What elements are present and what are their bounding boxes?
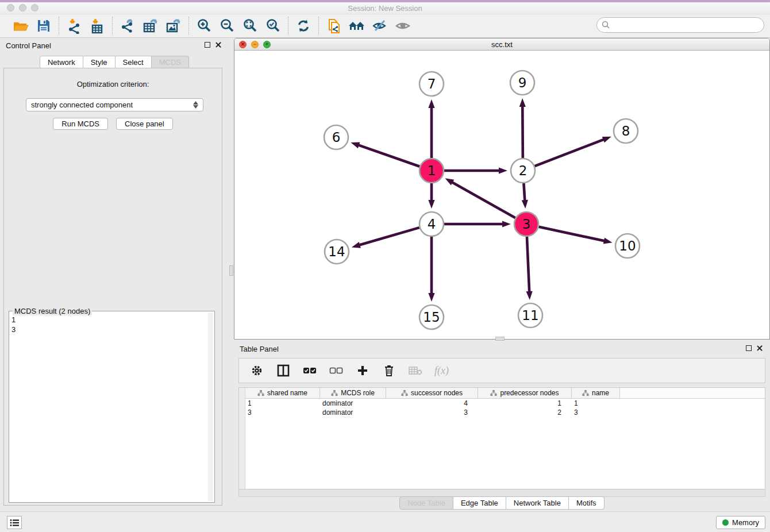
graph-edge-4-14[interactable] — [352, 228, 419, 248]
column-header-name[interactable]: name — [572, 388, 620, 399]
deselect-all-button[interactable] — [329, 361, 344, 380]
split-view-button[interactable] — [276, 361, 291, 380]
table-cell[interactable]: 2 — [478, 408, 572, 417]
table-cell[interactable]: 3 — [386, 408, 478, 417]
tab-network[interactable]: Network — [40, 56, 83, 69]
graph-edge-1-4[interactable] — [428, 183, 434, 209]
import-network-button[interactable] — [64, 17, 84, 35]
select-all-button[interactable] — [302, 361, 317, 380]
graph-node-4[interactable]: 4 — [419, 212, 444, 236]
graph-node-15[interactable]: 15 — [419, 305, 444, 329]
graph-edge-2-3[interactable] — [522, 183, 528, 209]
graph-edge-2-8[interactable] — [535, 137, 611, 166]
tab-mcds[interactable]: MCDS — [152, 56, 189, 69]
first-neighbors-button[interactable] — [347, 17, 367, 35]
tab-style[interactable]: Style — [83, 56, 116, 69]
table-cell[interactable]: 3 — [245, 408, 320, 417]
mcds-result-list[interactable]: 1 3 — [11, 315, 206, 500]
column-header-mcds-role[interactable]: MCDS role — [320, 388, 386, 399]
table-cell[interactable]: 1 — [245, 399, 320, 408]
optimization-criterion-label: Optimization criterion: — [4, 80, 222, 88]
table-row[interactable]: 3dominator323 — [245, 408, 765, 417]
table-cell[interactable]: 1 — [572, 399, 620, 408]
column-header-label: shared name — [267, 389, 307, 397]
graph-node-8[interactable]: 8 — [614, 119, 638, 143]
sort-hierarchy-icon — [257, 390, 264, 396]
graph-edge-2-9[interactable] — [519, 98, 526, 158]
control-panel-title: Control Panel — [6, 41, 51, 50]
table-cell[interactable]: 4 — [386, 399, 478, 408]
criterion-dropdown[interactable]: strongly connected component — [26, 98, 203, 111]
table-row[interactable]: 1dominator411 — [245, 399, 765, 408]
table-panel-title: Table Panel — [240, 345, 279, 353]
table-tabs: Node Table Edge Table Network Table Moti… — [234, 496, 770, 510]
network-canvas[interactable]: 7968124314101511 — [234, 51, 769, 339]
table-cell[interactable]: dominator — [320, 399, 386, 408]
vertical-splitter-handle[interactable] — [229, 265, 233, 276]
graph-node-3[interactable]: 3 — [514, 212, 538, 236]
graph-edge-3-1[interactable] — [445, 178, 515, 218]
delete-table-button[interactable] — [408, 361, 423, 380]
svg-text:2: 2 — [519, 163, 528, 178]
export-network-button[interactable] — [118, 17, 137, 35]
graph-node-2[interactable]: 2 — [511, 159, 535, 183]
horizontal-splitter-handle[interactable] — [495, 337, 505, 341]
graph-edge-4-15[interactable] — [428, 237, 434, 302]
search-box[interactable] — [596, 17, 764, 33]
graph-edge-3-11[interactable] — [526, 237, 533, 300]
svg-text:9: 9 — [518, 75, 527, 90]
graph-edge-4-3[interactable] — [444, 221, 511, 227]
column-header-label: predecessor nodes — [500, 389, 559, 397]
column-header-successor-nodes[interactable]: successor nodes — [386, 388, 478, 399]
show-all-button[interactable] — [393, 17, 413, 35]
mcds-result-scrollbar[interactable] — [208, 313, 213, 501]
graph-node-9[interactable]: 9 — [510, 71, 534, 95]
graph-node-7[interactable]: 7 — [419, 72, 444, 96]
sort-hierarchy-icon — [582, 390, 589, 396]
tab-select[interactable]: Select — [116, 56, 152, 69]
graph-edge-3-10[interactable] — [539, 227, 613, 244]
control-panel-close-button[interactable] — [215, 41, 222, 48]
tab-motifs[interactable]: Motifs — [569, 496, 605, 510]
graph-node-6[interactable]: 6 — [324, 125, 348, 149]
column-header-shared-name[interactable]: shared name — [245, 388, 320, 399]
zoom-selected-button[interactable] — [263, 17, 283, 35]
save-session-button[interactable] — [34, 17, 53, 35]
close-panel-button[interactable]: Close panel — [116, 118, 173, 130]
table-panel-float-button[interactable] — [746, 345, 752, 351]
open-session-button[interactable] — [11, 17, 30, 35]
export-table-button[interactable] — [141, 17, 160, 35]
run-mcds-button[interactable]: Run MCDS — [53, 118, 108, 130]
column-header-predecessor-nodes[interactable]: predecessor nodes — [478, 388, 572, 399]
graph-node-11[interactable]: 11 — [518, 303, 542, 327]
table-cell[interactable]: 1 — [478, 399, 572, 408]
table-settings-button[interactable] — [249, 361, 264, 380]
function-builder-button[interactable]: f(x) — [434, 365, 449, 377]
graph-node-14[interactable]: 14 — [325, 240, 349, 264]
graph-edge-1-2[interactable] — [444, 167, 507, 174]
table-cell[interactable]: dominator — [320, 408, 386, 417]
duplicate-network-button[interactable] — [324, 17, 344, 35]
table-cell[interactable]: 3 — [572, 408, 620, 417]
zoom-fit-button[interactable] — [240, 17, 260, 35]
tab-network-table[interactable]: Network Table — [506, 496, 569, 510]
zoom-in-button[interactable] — [194, 17, 214, 35]
table-panel-close-button[interactable] — [756, 345, 763, 352]
add-column-button[interactable] — [355, 361, 370, 380]
tab-edge-table[interactable]: Edge Table — [453, 496, 506, 510]
graph-edge-1-6[interactable] — [351, 142, 419, 167]
graph-node-10[interactable]: 10 — [615, 234, 640, 258]
zoom-out-button[interactable] — [217, 17, 237, 35]
search-input[interactable] — [614, 21, 759, 29]
export-image-button[interactable] — [164, 17, 183, 35]
tab-node-table[interactable]: Node Table — [399, 496, 453, 510]
refresh-button[interactable] — [294, 17, 313, 35]
import-table-button[interactable] — [87, 17, 107, 35]
graph-node-1[interactable]: 1 — [419, 159, 444, 183]
task-history-button[interactable] — [7, 516, 22, 529]
memory-button[interactable]: Memory — [716, 516, 765, 529]
hide-selected-button[interactable] — [370, 17, 390, 35]
delete-column-button[interactable] — [382, 361, 396, 380]
graph-edge-1-7[interactable] — [428, 99, 434, 158]
control-panel-float-button[interactable] — [205, 42, 210, 48]
